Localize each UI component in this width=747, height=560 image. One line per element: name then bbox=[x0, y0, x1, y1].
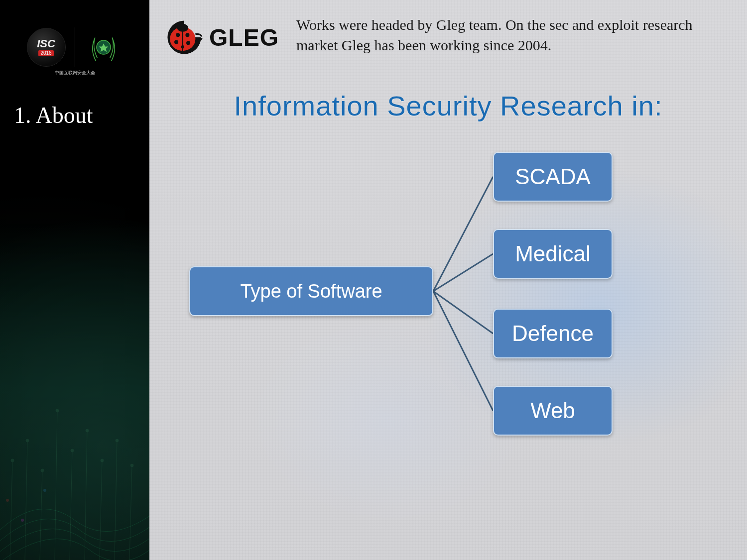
svg-point-19 bbox=[21, 519, 24, 522]
diagram-leaf-medical: Medical bbox=[493, 229, 613, 279]
svg-point-3 bbox=[26, 439, 29, 442]
svg-line-32 bbox=[433, 291, 493, 411]
svg-line-6 bbox=[55, 411, 57, 560]
sidebar-waves-decoration bbox=[0, 311, 149, 560]
svg-point-24 bbox=[185, 33, 189, 37]
svg-line-10 bbox=[85, 431, 87, 560]
main-content: GLEG Works were headed by Gleg team. On … bbox=[149, 0, 747, 560]
slide-heading: Information Security Research in: bbox=[149, 90, 747, 122]
svg-point-28 bbox=[177, 24, 188, 32]
svg-point-25 bbox=[174, 40, 178, 44]
intro-paragraph: Works were headed by Gleg team. On the s… bbox=[296, 15, 732, 55]
svg-point-9 bbox=[71, 449, 74, 452]
gleg-logo: GLEG bbox=[164, 15, 281, 60]
svg-line-31 bbox=[433, 291, 493, 334]
laurel-logo bbox=[84, 28, 123, 67]
svg-line-4 bbox=[40, 470, 42, 560]
svg-point-17 bbox=[130, 464, 133, 467]
diagram-leaf-web: Web bbox=[493, 386, 613, 436]
svg-line-14 bbox=[115, 441, 117, 560]
diagram-leaf-scada: SCADA bbox=[493, 152, 613, 202]
logo-divider bbox=[75, 27, 75, 67]
svg-line-30 bbox=[433, 254, 493, 291]
svg-point-18 bbox=[6, 499, 9, 502]
svg-point-20 bbox=[43, 489, 46, 492]
diagram-leaf-label: Defence bbox=[512, 321, 594, 346]
diagram-root-box: Type of Software bbox=[189, 266, 433, 316]
svg-point-27 bbox=[181, 45, 184, 48]
svg-point-7 bbox=[56, 409, 59, 412]
isc-logo: ISC 2016 bbox=[27, 28, 66, 67]
diagram-leaf-label: Medical bbox=[515, 241, 591, 266]
slide: ISC 2016 中国互联网安全大会 1. About bbox=[0, 0, 747, 560]
svg-line-29 bbox=[433, 177, 493, 291]
svg-line-0 bbox=[10, 460, 12, 560]
ladybug-icon bbox=[164, 17, 204, 57]
sidebar-logos: ISC 2016 bbox=[0, 0, 149, 67]
diagram-leaf-label: SCADA bbox=[515, 164, 591, 189]
svg-point-5 bbox=[41, 469, 44, 472]
diagram-root-label: Type of Software bbox=[240, 281, 382, 302]
diagram-leaf-label: Web bbox=[530, 398, 575, 423]
svg-line-16 bbox=[129, 465, 132, 560]
svg-point-26 bbox=[186, 41, 190, 45]
section-title: 1. About bbox=[0, 102, 149, 128]
diagram: Type of Software SCADA Medical Defence W… bbox=[149, 142, 747, 480]
svg-point-23 bbox=[176, 33, 180, 37]
sidebar: ISC 2016 中国互联网安全大会 1. About bbox=[0, 0, 149, 560]
isc-caption: 中国互联网安全大会 bbox=[45, 70, 105, 76]
gleg-logo-text: GLEG bbox=[209, 24, 279, 51]
svg-point-1 bbox=[11, 459, 14, 462]
svg-point-13 bbox=[101, 459, 104, 462]
isc-logo-year: 2016 bbox=[38, 50, 53, 56]
header-row: GLEG Works were headed by Gleg team. On … bbox=[149, 0, 747, 60]
svg-point-11 bbox=[86, 429, 89, 432]
diagram-leaf-defence: Defence bbox=[493, 309, 613, 358]
svg-line-2 bbox=[25, 441, 27, 560]
isc-logo-text: ISC bbox=[37, 38, 55, 49]
svg-line-8 bbox=[70, 450, 72, 560]
svg-point-15 bbox=[116, 439, 119, 442]
svg-line-12 bbox=[100, 460, 102, 560]
